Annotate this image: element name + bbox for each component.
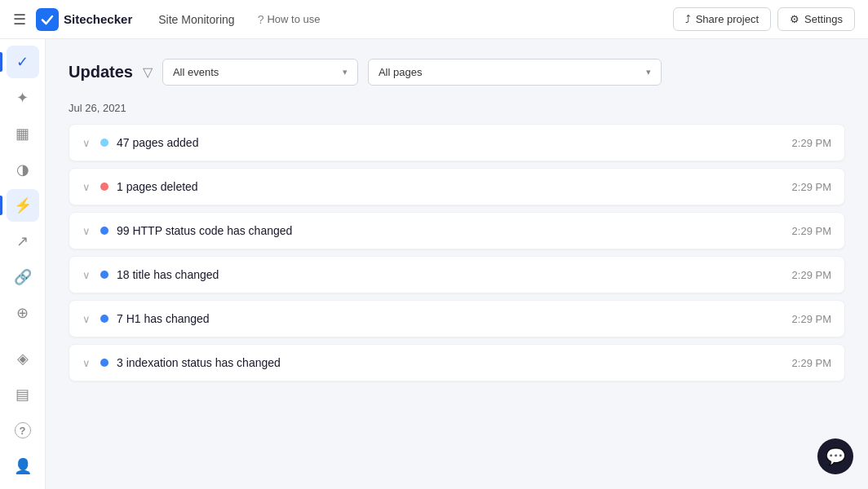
expand-chevron-icon[interactable]: ∨ xyxy=(82,313,91,325)
event-time: 2:29 PM xyxy=(792,181,831,193)
event-time: 2:29 PM xyxy=(792,269,831,281)
magic-icon: ✦ xyxy=(16,89,29,107)
sitechecker-logo-icon xyxy=(36,8,59,31)
sidebar-item-monitoring[interactable]: ⚡ xyxy=(7,189,39,222)
analytics-icon: ↗ xyxy=(16,232,29,250)
event-label: 1 pages deleted xyxy=(117,180,792,193)
updates-header: Updates ▽ All events ▾ All pages ▾ xyxy=(69,59,845,86)
event-row: ∨ 7 H1 has changed 2:29 PM xyxy=(69,300,845,337)
sidebar-item-table[interactable]: ▦ xyxy=(7,117,39,150)
expand-chevron-icon[interactable]: ∨ xyxy=(82,269,91,281)
event-label: 18 title has changed xyxy=(117,268,792,281)
document-icon: ▤ xyxy=(16,385,29,403)
pages-dropdown[interactable]: All pages ▾ xyxy=(368,59,662,86)
chat-bubble-button[interactable]: 💬 xyxy=(817,438,853,474)
event-time: 2:29 PM xyxy=(792,137,831,149)
header-right: ⤴ Share project ⚙ Settings xyxy=(673,7,855,31)
event-dot-icon xyxy=(100,359,108,367)
event-time: 2:29 PM xyxy=(792,225,831,237)
pages-dropdown-value: All pages xyxy=(379,66,422,78)
question-icon: ? xyxy=(258,13,264,26)
chart-icon: ◑ xyxy=(16,161,29,178)
event-row: ∨ 18 title has changed 2:29 PM xyxy=(69,256,845,293)
app-header: ☰ Sitechecker Site Monitoring ? How to u… xyxy=(0,0,868,39)
event-label: 7 H1 has changed xyxy=(117,312,792,325)
sidebar-item-help[interactable]: ? xyxy=(7,414,39,447)
check-icon: ✓ xyxy=(16,53,29,71)
user-icon: 👤 xyxy=(14,457,32,475)
svg-rect-0 xyxy=(36,8,59,31)
sidebar-item-analytics[interactable]: ↗ xyxy=(7,225,39,258)
sidebar-item-monitor[interactable]: ✓ xyxy=(7,46,39,78)
gear-icon: ⚙ xyxy=(790,13,799,25)
chat-icon: 💬 xyxy=(826,447,846,466)
event-dot-icon xyxy=(100,315,108,323)
hamburger-menu-icon[interactable]: ☰ xyxy=(13,11,26,29)
event-row: ∨ 1 pages deleted 2:29 PM xyxy=(69,168,845,205)
location-icon: ◈ xyxy=(17,350,29,368)
event-dot-icon xyxy=(100,139,108,147)
expand-chevron-icon[interactable]: ∨ xyxy=(82,357,91,369)
main-layout: ✓ ✦ ▦ ◑ ⚡ ↗ 🔗 ⊕ ◈ ▤ xyxy=(0,39,868,489)
date-label: Jul 26, 2021 xyxy=(69,102,845,114)
events-dropdown[interactable]: All events ▾ xyxy=(162,59,358,86)
events-dropdown-value: All events xyxy=(173,66,219,78)
sidebar: ✓ ✦ ▦ ◑ ⚡ ↗ 🔗 ⊕ ◈ ▤ xyxy=(0,39,46,489)
sidebar-item-document[interactable]: ▤ xyxy=(7,378,39,411)
expand-chevron-icon[interactable]: ∨ xyxy=(82,137,91,149)
event-label: 99 HTTP status code has changed xyxy=(117,224,792,237)
event-row: ∨ 47 pages added 2:29 PM xyxy=(69,124,845,161)
sidebar-bottom: ◈ ▤ ? 👤 xyxy=(7,342,39,482)
updates-title: Updates xyxy=(69,63,133,82)
expand-chevron-icon[interactable]: ∨ xyxy=(82,225,91,237)
pulse-icon: ⚡ xyxy=(14,196,32,214)
link-icon: 🔗 xyxy=(14,268,32,286)
settings-button[interactable]: ⚙ Settings xyxy=(777,7,855,31)
sidebar-item-magic[interactable]: ✦ xyxy=(7,82,39,114)
events-list: ∨ 47 pages added 2:29 PM ∨ 1 pages delet… xyxy=(69,124,845,381)
expand-chevron-icon[interactable]: ∨ xyxy=(82,181,91,193)
filter-icon[interactable]: ▽ xyxy=(143,64,153,80)
share-project-button[interactable]: ⤴ Share project xyxy=(673,7,771,31)
header-left: ☰ Sitechecker Site Monitoring ? How to u… xyxy=(13,8,320,31)
add-circle-icon: ⊕ xyxy=(16,304,29,322)
chevron-down-icon: ▾ xyxy=(343,67,348,77)
sidebar-item-add[interactable]: ⊕ xyxy=(7,297,39,329)
event-label: 47 pages added xyxy=(117,136,792,149)
event-time: 2:29 PM xyxy=(792,357,831,369)
event-dot-icon xyxy=(100,183,108,191)
event-label: 3 indexation status has changed xyxy=(117,356,792,369)
how-to-use-link[interactable]: ? How to use xyxy=(258,13,321,26)
logo-area: Sitechecker xyxy=(36,8,132,31)
main-content: Updates ▽ All events ▾ All pages ▾ Jul 2… xyxy=(46,39,868,489)
event-dot-icon xyxy=(100,271,108,279)
event-dot-icon xyxy=(100,227,108,235)
sidebar-item-links[interactable]: 🔗 xyxy=(7,261,39,293)
page-title: Site Monitoring xyxy=(158,13,234,26)
share-icon: ⤴ xyxy=(685,13,691,25)
sidebar-item-reports[interactable]: ◑ xyxy=(7,153,39,186)
help-icon: ? xyxy=(15,422,31,438)
event-row: ∨ 99 HTTP status code has changed 2:29 P… xyxy=(69,212,845,249)
table-icon: ▦ xyxy=(16,125,29,143)
sidebar-item-location[interactable]: ◈ xyxy=(7,342,39,375)
event-time: 2:29 PM xyxy=(792,313,831,325)
chevron-down-icon: ▾ xyxy=(646,67,651,77)
event-row: ∨ 3 indexation status has changed 2:29 P… xyxy=(69,344,845,381)
sidebar-item-user[interactable]: 👤 xyxy=(7,450,39,482)
logo-text: Sitechecker xyxy=(64,12,132,26)
